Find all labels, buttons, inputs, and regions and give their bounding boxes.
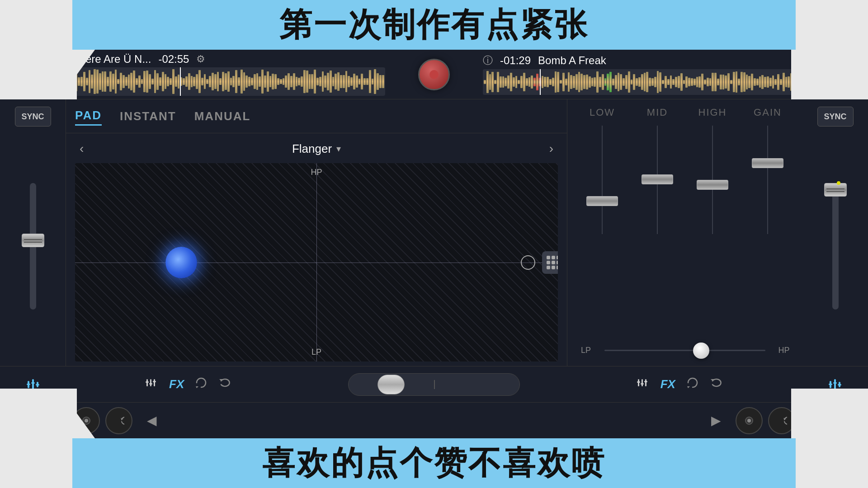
left-back-control: ◀ [140,413,164,428]
tab-instant[interactable]: INSTANT [120,108,176,125]
right-waveform-bars [483,69,799,95]
tab-manual[interactable]: MANUAL [194,108,251,125]
filter-hp-label: HP [773,346,795,355]
grid-button[interactable] [542,251,558,274]
left-volume-fader[interactable] [30,183,36,310]
right-deck-fx-controls: FX [557,376,802,392]
left-fx-button[interactable]: FX [169,377,184,391]
filter-track[interactable] [604,350,765,351]
fx-tabs-row: PAD INSTANT MANUAL [66,99,567,133]
right-eq-section: LOW MID HIGH GAIN [567,99,802,366]
svg-rect-3 [27,384,30,385]
eq-thumb-mid[interactable] [642,174,673,184]
info-icon[interactable]: ⓘ [483,54,493,67]
top-bar: ♩ G ▾ 128.0 Where Are Ü N... -02:55 ⚙ [0,50,868,99]
eq-track-mid[interactable] [657,126,658,234]
left-back-button[interactable]: ◀ [147,413,157,428]
left-mixer-icon[interactable] [146,376,158,392]
xy-center-ring [521,255,535,270]
svg-rect-7 [150,379,151,386]
arrow-left-decoration [0,0,77,99]
left-playhead [180,67,181,96]
svg-rect-8 [154,379,155,386]
svg-rect-1 [32,379,34,390]
grid-icon [547,256,558,269]
xy-puck[interactable] [165,247,197,278]
right-fader-column: SYNC [802,99,868,366]
svg-rect-23 [838,384,841,385]
svg-rect-21 [829,384,832,385]
eq-header-gain: GAIN [745,107,790,118]
right-playhead [540,69,541,95]
subtitle-bottom-text: 喜欢的点个赞不喜欢喷 [262,441,606,485]
right-track-time: -01:29 [500,54,531,67]
arrow-right-bottom-decoration [791,389,868,488]
eq-thumb-low[interactable] [586,196,618,206]
gear-icon[interactable]: ⚙ [196,53,205,65]
svg-rect-13 [642,379,643,386]
left-deck-fx-controls: FX [66,376,311,392]
right-undo-button[interactable] [710,376,722,392]
eq-track-gain[interactable] [767,126,768,234]
fx-name-label: Flanger [292,142,332,156]
left-loop-button[interactable] [195,376,208,392]
subtitle-top-bar: 第一次制作有点紧张 [72,0,796,50]
left-track-time: -02:55 [158,53,189,66]
right-track-info: ⓘ -01:29 Bomb A Freak [483,54,799,67]
main-content: SYNC PAD INSTANT MANUAL ‹ Flanger ▾ [0,99,868,366]
eq-slider-low [580,126,625,234]
right-fader-indicator [837,181,840,185]
left-undo-button[interactable] [218,376,231,392]
fx-name-container: Flanger ▾ [292,142,341,156]
center-record-area [389,59,479,90]
eq-header-low: LOW [580,107,625,118]
left-waveform [69,67,385,96]
left-waveform-area: Where Are Ü N... -02:55 ⚙ [66,50,389,99]
left-fader-thumb[interactable] [22,234,44,247]
right-forward-button[interactable]: ▶ [711,413,721,428]
svg-rect-16 [641,383,644,385]
right-volume-fader[interactable] [832,183,839,310]
fx-prev-button[interactable]: ‹ [80,141,84,156]
subtitle-bottom-bar: 喜欢的点个赞不喜欢喷 [72,438,796,488]
eq-thumb-gain[interactable] [752,158,783,168]
svg-rect-4 [31,382,35,384]
right-mixer-icon[interactable] [637,376,650,392]
left-redo-button[interactable] [105,407,132,434]
xy-pad[interactable]: HP LP [75,163,558,361]
eq-track-high[interactable] [712,126,713,234]
right-sync-button[interactable]: SYNC [817,107,854,127]
right-waveform [483,69,799,95]
right-fader-thumb[interactable] [824,183,847,197]
svg-rect-19 [834,379,836,390]
xy-lp-label: LP [311,347,321,357]
eq-slider-high [690,126,735,234]
svg-rect-11 [153,381,156,382]
right-fx-button[interactable]: FX [660,377,675,391]
left-sync-button[interactable]: SYNC [15,107,51,127]
right-loop-button[interactable] [686,376,699,392]
subtitle-top-text: 第一次制作有点紧张 [279,3,589,47]
right-waveform-area: ⓘ -01:29 Bomb A Freak [479,51,802,98]
fx-dropdown-icon[interactable]: ▾ [336,143,341,154]
filter-knob[interactable] [693,343,709,359]
eq-thumb-high[interactable] [697,180,728,190]
left-track-info: Where Are Ü N... -02:55 ⚙ [69,53,385,66]
fx-navigation: ‹ Flanger ▾ › [71,138,562,160]
fx-next-button[interactable]: › [549,141,553,156]
crossfader-track[interactable] [348,373,520,396]
filter-lp-label: LP [575,346,597,355]
svg-rect-10 [149,383,152,385]
right-back-control: ▶ [704,413,728,428]
svg-rect-22 [833,382,837,384]
filter-row: LP HP [575,342,795,359]
xy-hp-label: HP [311,168,322,177]
eq-track-low[interactable] [602,126,603,234]
eq-slider-mid [635,126,680,234]
tab-pad[interactable]: PAD [75,107,102,126]
left-waveform-bars [69,67,385,96]
crossfader-thumb[interactable] [377,375,405,394]
record-button[interactable] [418,59,450,90]
right-cue-button[interactable] [736,407,763,434]
dj-interface: ♩ G ▾ 128.0 Where Are Ü N... -02:55 ⚙ [0,50,868,438]
